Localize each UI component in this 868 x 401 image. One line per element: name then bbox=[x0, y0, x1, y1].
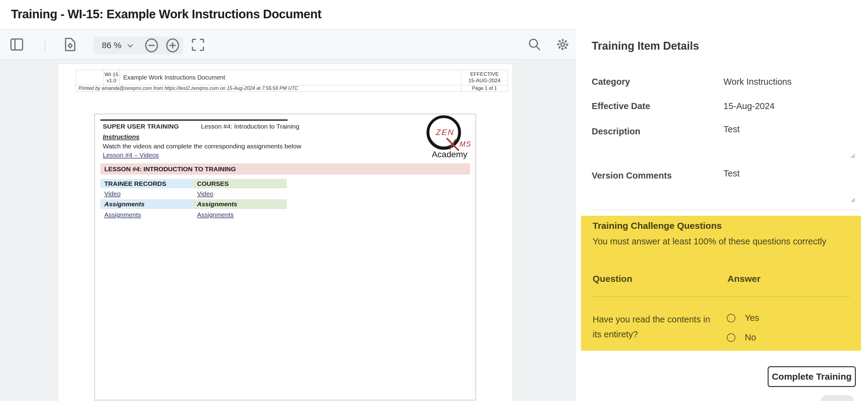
lesson-videos-link[interactable]: Lesson #4 – Videos bbox=[103, 152, 159, 159]
effective-date-value: 15-Aug-2024 bbox=[723, 101, 775, 111]
category-value: Work Instructions bbox=[723, 77, 792, 87]
training-challenge-section: Training Challenge Questions You must an… bbox=[581, 216, 861, 351]
pdf-header-table: WI-15 v1.0 Example Work Instructions Doc… bbox=[75, 70, 508, 92]
page-title: Training - WI-15: Example Work Instructi… bbox=[11, 7, 321, 21]
radio-no[interactable] bbox=[727, 333, 735, 342]
lesson-banner: LESSON #4: INTRODUCTION TO TRAINING bbox=[100, 163, 470, 175]
table-row: Video Video bbox=[100, 188, 287, 199]
pdf-page: WI-15 v1.0 Example Work Instructions Doc… bbox=[58, 64, 513, 401]
challenge-heading: Training Challenge Questions bbox=[593, 221, 722, 231]
pdf-viewer-area[interactable]: WI-15 v1.0 Example Work Instructions Doc… bbox=[0, 59, 576, 401]
logo-academy-text: Academy bbox=[424, 149, 475, 159]
table-header-row: TRAINEE RECORDS COURSES bbox=[100, 179, 287, 188]
subheader-cell: Assignments bbox=[193, 199, 287, 209]
table-row: Assignments Assignments bbox=[100, 199, 287, 209]
svg-text:ZEN: ZEN bbox=[436, 128, 455, 137]
pdf-page-info: Page 1 of 1 bbox=[461, 85, 508, 92]
fullscreen-icon[interactable] bbox=[191, 38, 205, 52]
toolbar-divider bbox=[45, 38, 45, 52]
complete-training-button[interactable]: Complete Training bbox=[768, 366, 856, 387]
column-header: COURSES bbox=[193, 179, 287, 188]
resize-handle-icon[interactable] bbox=[849, 152, 856, 159]
pdf-toolbar: 86 % bbox=[0, 30, 576, 59]
question-column-header: Question bbox=[593, 274, 632, 284]
challenge-question-text: Have you read the contents in its entire… bbox=[593, 312, 721, 342]
description-textarea[interactable]: Test bbox=[723, 124, 740, 134]
sidebar-toggle-icon[interactable] bbox=[10, 38, 24, 51]
pdf-doc-status: EFFECTIVE 15-AUG-2024 bbox=[461, 70, 508, 85]
column-header: TRAINEE RECORDS bbox=[100, 179, 193, 188]
radio-yes[interactable] bbox=[727, 314, 735, 323]
page-settings-icon[interactable] bbox=[63, 37, 77, 52]
instructions-heading: Instructions bbox=[103, 133, 140, 140]
description-label: Description bbox=[592, 127, 641, 136]
assignments-link[interactable]: Assignments bbox=[197, 211, 234, 219]
challenge-divider bbox=[593, 296, 850, 297]
pdf-printed-line: Printed by amanda@zenqms.com from https:… bbox=[76, 85, 461, 92]
version-comments-textarea[interactable]: Test bbox=[723, 168, 740, 178]
training-item-details-panel: Training Item Details Category Work Inst… bbox=[576, 0, 868, 401]
panel-heading: Training Item Details bbox=[592, 40, 699, 53]
pdf-doc-id: WI-15 v1.0 bbox=[104, 70, 120, 85]
horizontal-rule bbox=[100, 120, 288, 121]
radio-no-label[interactable]: No bbox=[745, 332, 756, 342]
effective-date-label: Effective Date bbox=[592, 101, 650, 111]
chevron-down-icon[interactable] bbox=[126, 42, 134, 50]
training-dialog: Training - WI-15: Example Work Instructi… bbox=[0, 0, 868, 401]
lesson-content-frame: SUPER USER TRAINING Lesson #4: Introduct… bbox=[94, 114, 476, 400]
zoom-out-icon[interactable] bbox=[145, 38, 159, 53]
gear-icon[interactable] bbox=[556, 37, 570, 52]
subheader-cell: Assignments bbox=[100, 199, 193, 209]
pdf-header-logo-cell bbox=[76, 70, 104, 85]
lesson-table: TRAINEE RECORDS COURSES Video Video Assi… bbox=[100, 179, 287, 220]
search-icon[interactable] bbox=[527, 37, 541, 52]
instructions-text: Watch the videos and complete the corres… bbox=[103, 143, 301, 150]
category-label: Category bbox=[592, 77, 630, 87]
panel-divider bbox=[592, 210, 860, 210]
table-row: Assignments Assignments bbox=[100, 209, 287, 220]
radio-yes-label[interactable]: Yes bbox=[745, 313, 759, 323]
video-link[interactable]: Video bbox=[197, 190, 213, 197]
pdf-doc-title: Example Work Instructions Document bbox=[120, 70, 461, 85]
challenge-subheading: You must answer at least 100% of these q… bbox=[593, 236, 826, 246]
svg-text:MS: MS bbox=[460, 140, 471, 148]
version-comments-label: Version Comments bbox=[592, 171, 672, 181]
answer-column-header: Answer bbox=[727, 274, 760, 284]
zenqms-academy-logo: ZEN MS Academy bbox=[424, 115, 475, 160]
zoom-control-group: 86 % bbox=[93, 37, 183, 54]
lesson-title: Lesson #4: Introduction to Training bbox=[201, 123, 299, 130]
resize-handle-icon[interactable] bbox=[849, 196, 856, 203]
zoom-in-icon[interactable] bbox=[165, 38, 180, 53]
assignments-link[interactable]: Assignments bbox=[104, 211, 141, 219]
zoom-level-dropdown[interactable]: 86 % bbox=[102, 40, 121, 50]
course-title: SUPER USER TRAINING bbox=[103, 123, 179, 130]
chat-bubble-icon[interactable] bbox=[820, 395, 854, 401]
video-link[interactable]: Video bbox=[104, 190, 121, 197]
